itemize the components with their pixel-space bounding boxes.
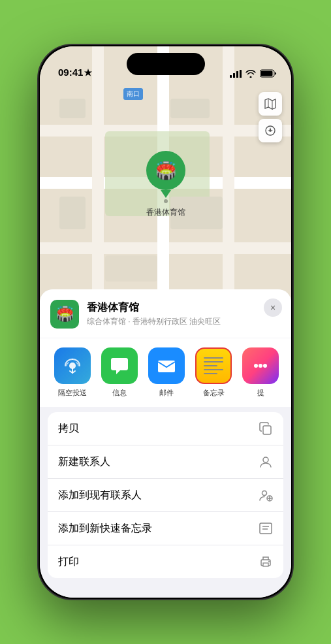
action-add-contact[interactable]: 添加到现有联系人 (48, 479, 283, 512)
action-copy[interactable]: 拷贝 (48, 412, 283, 445)
svg-point-14 (263, 364, 267, 368)
pin-triangle (161, 190, 171, 198)
svg-point-16 (263, 457, 268, 462)
messages-label: 信息 (112, 388, 127, 398)
sheet-header: 🏟️ 香港体育馆 综合体育馆 · 香港特别行政区 油尖旺区 × (40, 289, 291, 338)
mail-icon (148, 347, 185, 384)
location-icon (84, 69, 92, 76)
map-controls (259, 92, 282, 142)
airdrop-label: 隔空投送 (58, 388, 87, 398)
notes-lines (204, 357, 223, 374)
location-button[interactable] (259, 119, 282, 142)
svg-point-17 (262, 491, 267, 496)
person-add-icon (259, 488, 273, 502)
svg-rect-2 (236, 71, 238, 78)
venue-subtitle: 综合体育馆 · 香港特别行政区 油尖旺区 (87, 316, 281, 327)
print-icon (259, 555, 273, 569)
airdrop-icon (54, 347, 91, 384)
svg-point-12 (254, 364, 258, 368)
action-list: 拷贝 新建联系人 (48, 412, 283, 578)
location-pin: 🏟️ 香港体育馆 (146, 151, 185, 218)
map-icon (264, 97, 277, 110)
share-row: 隔空投送 信息 (40, 338, 291, 407)
action-new-contact-label: 新建联系人 (58, 455, 110, 469)
action-quick-note[interactable]: 添加到新快速备忘录 (48, 512, 283, 545)
more-icon (242, 347, 279, 384)
svg-point-26 (268, 561, 270, 562)
mail-label: 邮件 (159, 388, 174, 398)
action-print[interactable]: 打印 (48, 545, 283, 578)
battery-icon (260, 69, 277, 78)
notes-label: 备忘录 (203, 388, 225, 398)
svg-rect-25 (263, 563, 268, 566)
note-icon (259, 521, 273, 536)
wifi-icon (245, 70, 256, 78)
share-airdrop[interactable]: 隔空投送 (49, 347, 96, 398)
svg-rect-5 (261, 71, 273, 76)
compass-icon (264, 125, 276, 137)
share-notes[interactable]: 备忘录 (190, 347, 237, 398)
svg-point-13 (259, 364, 262, 368)
venue-icon: 🏟️ (50, 300, 79, 329)
bottom-sheet: 🏟️ 香港体育馆 综合体育馆 · 香港特别行政区 油尖旺区 × (40, 289, 291, 598)
more-label: 提 (257, 388, 264, 398)
svg-rect-0 (230, 75, 232, 78)
venue-info: 香港体育馆 综合体育馆 · 香港特别行政区 油尖旺区 (87, 301, 281, 327)
person-icon (259, 455, 273, 469)
status-icons (230, 69, 277, 78)
pin-icon: 🏟️ (146, 151, 185, 190)
action-quick-note-label: 添加到新快速备忘录 (58, 522, 152, 536)
svg-rect-21 (260, 523, 272, 534)
share-more[interactable]: 提 (237, 347, 284, 398)
action-copy-label: 拷贝 (58, 422, 79, 436)
action-new-contact[interactable]: 新建联系人 (48, 445, 283, 479)
map-street-label: 南口 (123, 88, 143, 100)
messages-icon (101, 347, 138, 384)
pin-shadow (164, 199, 168, 203)
svg-rect-15 (263, 426, 271, 434)
venue-name: 香港体育馆 (87, 301, 281, 315)
copy-icon (259, 421, 273, 436)
map-type-button[interactable] (259, 92, 282, 116)
share-mail[interactable]: 邮件 (143, 347, 190, 398)
action-add-contact-label: 添加到现有联系人 (58, 489, 142, 502)
svg-rect-1 (233, 73, 235, 78)
pin-label: 香港体育馆 (146, 207, 185, 218)
svg-rect-3 (240, 70, 242, 78)
action-print-label: 打印 (58, 555, 79, 569)
time-label: 09:41 (58, 67, 83, 78)
dynamic-island (127, 53, 205, 75)
share-messages[interactable]: 信息 (96, 347, 143, 398)
close-button[interactable]: × (264, 298, 282, 317)
notes-icon (195, 347, 232, 384)
signal-icon (230, 70, 242, 78)
status-time: 09:41 (58, 67, 92, 78)
